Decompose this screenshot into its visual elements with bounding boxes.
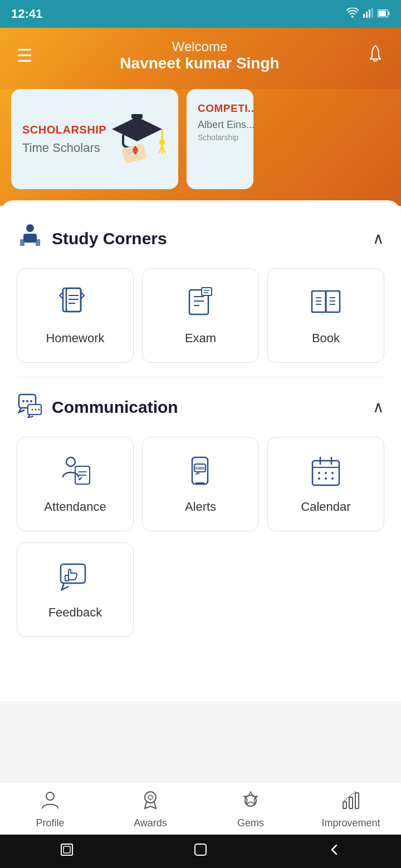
android-nav-bar: [0, 835, 401, 868]
svg-point-17: [133, 147, 138, 153]
status-bar: 12:41: [0, 0, 401, 28]
svg-rect-19: [23, 234, 37, 243]
status-icons: [346, 8, 390, 21]
notification-bell[interactable]: [366, 45, 384, 67]
svg-rect-5: [389, 12, 390, 15]
svg-rect-2: [369, 9, 370, 18]
study-corners-title: Study Corners: [52, 229, 167, 248]
nav-profile[interactable]: Profile: [0, 790, 100, 829]
svg-rect-0: [363, 14, 365, 18]
book-item[interactable]: Book: [267, 268, 384, 363]
svg-point-45: [26, 400, 28, 402]
svg-rect-35: [326, 291, 340, 312]
profile-nav-label: Profile: [36, 817, 64, 829]
study-corners-grid: Homework Exam: [0, 263, 401, 374]
svg-point-46: [30, 400, 32, 402]
nav-gems[interactable]: Gems: [200, 790, 301, 829]
android-home-btn[interactable]: [193, 842, 208, 861]
svg-rect-1: [366, 12, 368, 18]
communication-icon: [17, 391, 43, 423]
android-back-btn[interactable]: [326, 842, 342, 861]
awards-nav-label: Awards: [134, 817, 167, 829]
study-corners-header: Study Corners ∧: [0, 211, 401, 263]
attendance-item[interactable]: Attendance: [17, 437, 134, 531]
attendance-label: Attendance: [44, 500, 106, 514]
study-corners-icon: [17, 223, 43, 254]
homework-item[interactable]: Homework: [17, 268, 134, 363]
svg-rect-77: [349, 797, 353, 808]
svg-point-73: [148, 795, 153, 800]
feedback-label: Feedback: [48, 605, 102, 620]
svg-point-10: [159, 140, 165, 145]
scholarship-image: [106, 106, 168, 173]
android-recents-btn[interactable]: [59, 842, 75, 861]
card-type-1: SCHOLARSHIP: [22, 124, 106, 136]
exam-icon: [184, 285, 217, 321]
section-divider-1: [17, 377, 384, 377]
svg-point-64: [325, 472, 327, 474]
exam-item[interactable]: Exam: [142, 268, 259, 363]
svg-point-67: [325, 477, 327, 480]
awards-nav-icon: [140, 790, 160, 814]
svg-rect-76: [343, 802, 346, 808]
battery-icon: [378, 8, 390, 20]
nav-improvement[interactable]: Improvement: [301, 790, 401, 829]
communication-chevron[interactable]: ∧: [373, 398, 384, 416]
main-content: Study Corners ∧ Homework: [0, 200, 401, 701]
homework-icon: [58, 285, 92, 321]
svg-rect-21: [36, 239, 40, 246]
svg-marker-7: [112, 117, 162, 141]
svg-rect-31: [202, 288, 212, 295]
wifi-icon: [346, 8, 359, 21]
card-subtitle-2: Albert Eins...: [198, 119, 242, 131]
svg-rect-70: [65, 575, 69, 581]
svg-point-72: [145, 792, 156, 803]
svg-point-71: [46, 792, 54, 800]
svg-rect-80: [63, 846, 70, 853]
competition-card[interactable]: COMPETI... Albert Eins... Scholarship: [187, 89, 253, 189]
svg-rect-81: [195, 844, 206, 855]
svg-point-68: [331, 477, 334, 480]
communication-title: Communication: [52, 398, 178, 417]
user-name: Navneet kumar Singh: [33, 55, 366, 72]
welcome-text: Welcome: [33, 39, 366, 55]
card-subtitle-1: Time Scholars: [22, 141, 106, 155]
svg-point-48: [32, 409, 33, 411]
calendar-icon: [309, 454, 343, 490]
svg-point-65: [331, 472, 334, 474]
svg-point-18: [26, 224, 34, 232]
svg-point-50: [38, 409, 40, 411]
signal-icon: [363, 8, 373, 21]
svg-point-49: [35, 409, 37, 411]
homework-label: Homework: [46, 331, 104, 346]
bottom-nav: Profile Awards Gems: [0, 781, 401, 835]
svg-rect-6: [379, 11, 386, 16]
exam-label: Exam: [185, 331, 216, 346]
scholarship-card[interactable]: SCHOLARSHIP Time Scholars: [11, 89, 178, 189]
improvement-nav-icon: [341, 790, 361, 814]
alerts-icon: SMS: [184, 454, 217, 490]
calendar-item[interactable]: Calendar: [267, 437, 384, 531]
svg-point-66: [318, 477, 320, 480]
svg-text:SMS: SMS: [195, 466, 205, 471]
nav-awards[interactable]: Awards: [100, 790, 200, 829]
cards-row: SCHOLARSHIP Time Scholars: [11, 89, 390, 189]
gems-nav-icon: [241, 790, 261, 814]
extra-grid: Feedback: [0, 542, 401, 648]
profile-nav-icon: [40, 790, 60, 814]
status-time: 12:41: [11, 7, 42, 21]
svg-marker-75: [244, 792, 257, 804]
communication-header: Communication ∧: [0, 380, 401, 431]
header: ☰ Welcome Navneet kumar Singh: [0, 28, 401, 89]
card-type-2: COMPETI...: [198, 102, 242, 115]
feedback-item[interactable]: Feedback: [17, 542, 134, 637]
alerts-item[interactable]: SMS Alerts: [142, 437, 259, 531]
gems-nav-label: Gems: [237, 817, 264, 829]
hamburger-menu[interactable]: ☰: [17, 45, 33, 66]
cards-section: SCHOLARSHIP Time Scholars: [0, 89, 401, 206]
study-corners-chevron[interactable]: ∧: [373, 229, 384, 248]
svg-rect-20: [20, 239, 25, 246]
book-icon: [309, 285, 343, 321]
attendance-icon: [58, 454, 92, 490]
svg-rect-3: [371, 8, 373, 18]
